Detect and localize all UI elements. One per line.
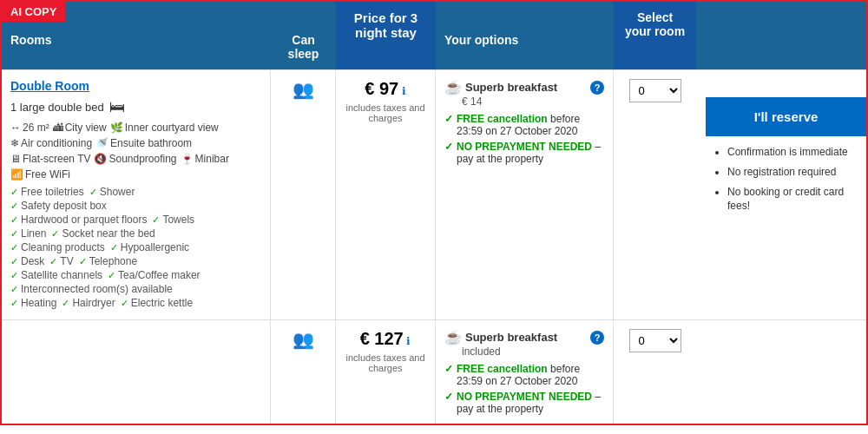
- amenity-desk: ✓ Desk: [10, 255, 44, 267]
- amenity-socket: ✓ Socket near the bed: [51, 227, 155, 240]
- check-icon: ✓: [51, 228, 59, 240]
- view-text: City view: [65, 122, 107, 134]
- check-icon: ✓: [152, 214, 160, 226]
- amenity-line-1: ✓ Free toiletries ✓ Shower: [10, 186, 261, 198]
- feature-ac: ❄ Air conditioning: [10, 137, 92, 149]
- check-icon: ✓: [10, 284, 18, 295]
- wifi-text: Free WiFi: [25, 168, 70, 181]
- check-icon: ✓: [62, 298, 69, 309]
- feature-courtyard: 🌿 Inner courtyard view: [110, 122, 219, 134]
- select-dropdown-2[interactable]: 0 1 2 3: [629, 329, 681, 352]
- no-prepayment-2: ✓ NO PREPAYMENT NEEDED – pay at the prop…: [444, 391, 604, 415]
- amenity-line-4: ✓ Linen ✓ Socket near the bed: [10, 227, 261, 240]
- amenity-kettle: ✓ Electric kettle: [121, 297, 193, 309]
- feature-wifi: 📶 Free WiFi: [10, 168, 70, 181]
- cancellation-label-2: FREE cancellation: [457, 363, 548, 375]
- free-cancellation-2: ✓ FREE cancellation before 23:59 on 27 O…: [444, 363, 604, 387]
- reserve-button[interactable]: I'll reserve: [706, 97, 866, 136]
- wifi-icon: 📶: [10, 168, 23, 181]
- ai-copy-badge: AI COPY: [2, 2, 65, 22]
- amenity-line-2: ✓ Safety deposit box: [10, 200, 261, 212]
- cancellation-label-1: FREE cancellation: [457, 113, 548, 125]
- bath-icon: 🚿: [95, 137, 108, 149]
- amenity-inter: ✓ Interconnected room(s) available: [10, 283, 173, 295]
- ac-icon: ❄: [10, 137, 19, 149]
- tv-icon: 🖥: [10, 153, 21, 165]
- check-green-np-1: ✓: [444, 141, 453, 153]
- price-info-icon-2[interactable]: ℹ: [406, 335, 411, 347]
- reserve-info: Confirmation is immediate No registratio…: [706, 136, 866, 227]
- check-green-np-2: ✓: [444, 391, 453, 403]
- cell-options-2: ☕ Superb breakfast ? included ✓ FREE can…: [436, 320, 614, 424]
- room-bed-1: 1 large double bed 🛏: [10, 98, 261, 116]
- breakfast-sub-2: included: [462, 345, 604, 358]
- no-prepayment-1: ✓ NO PREPAYMENT NEEDED – pay at the prop…: [444, 141, 604, 165]
- option-breakfast-2: ☕ Superb breakfast ? included: [444, 329, 604, 358]
- amenity-shower: ✓ Shower: [89, 186, 135, 198]
- amenity-heat: ✓ Heating: [10, 297, 56, 309]
- cell-rooms-1: Double Room 1 large double bed 🛏 ↔ 26 m²…: [2, 70, 271, 319]
- sound-text: Soundproofing: [108, 153, 176, 165]
- check-icon: ✓: [110, 242, 118, 253]
- check-icon: ✓: [10, 187, 18, 198]
- cell-rooms-2: [2, 320, 271, 424]
- breakfast-line-2: ☕ Superb breakfast ?: [444, 329, 604, 345]
- feature-sound: 🔇 Soundproofing: [94, 153, 176, 165]
- cell-select-2: 0 1 2 3: [614, 320, 696, 424]
- feature-size: ↔ 26 m²: [10, 122, 49, 134]
- room-title-1[interactable]: Double Room: [10, 79, 261, 93]
- no-prepayment-label-1: NO PREPAYMENT NEEDED: [457, 141, 592, 153]
- price-note-2: includes taxes and charges: [345, 352, 426, 373]
- cell-price-2: € 127 ℹ includes taxes and charges: [336, 320, 436, 424]
- price-value-2: € 127: [360, 329, 404, 348]
- feature-view: 🏙 City view: [53, 122, 107, 134]
- price-amount-1: € 97 ℹ: [345, 79, 426, 99]
- feature-minibar: 🍷 Minibar: [181, 153, 229, 165]
- ac-text: Air conditioning: [21, 137, 92, 149]
- bed-text-1: 1 large double bed: [10, 101, 104, 114]
- amenity-cleaning: ✓ Cleaning products: [10, 241, 105, 253]
- amenity-sat: ✓ Satellite channels: [10, 269, 102, 281]
- reserve-info-item-2: No registration required: [727, 165, 858, 180]
- amenity-linen: ✓ Linen: [10, 227, 46, 240]
- price-info-icon-1[interactable]: ℹ: [402, 85, 406, 97]
- breakfast-sub-1: € 14: [462, 95, 604, 108]
- amenity-line-3: ✓ Hardwood or parquet floors ✓ Towels: [10, 214, 261, 226]
- amenity-floors: ✓ Hardwood or parquet floors: [10, 214, 147, 226]
- reserve-info-item-3: No booking or credit card fees!: [727, 185, 858, 214]
- amenities-1: ✓ Free toiletries ✓ Shower ✓ Safety depo…: [10, 186, 261, 309]
- check-icon: ✓: [10, 201, 18, 212]
- tv-text: Flat-screen TV: [23, 153, 90, 165]
- check-icon: ✓: [10, 256, 18, 267]
- feature-bathroom: 🚿 Ensuite bathroom: [95, 137, 192, 149]
- help-icon-2[interactable]: ?: [590, 331, 604, 345]
- col-options-header: Your options: [436, 2, 614, 69]
- check-icon: ✓: [79, 256, 87, 267]
- amenity-tel: ✓ Telephone: [79, 255, 137, 267]
- table-row-2: 👥 € 127 ℹ includes taxes and charges ☕ S…: [2, 319, 866, 424]
- check-icon: ✓: [108, 270, 115, 281]
- bed-icon-1: 🛏: [109, 98, 125, 116]
- minibar-icon: 🍷: [181, 153, 194, 165]
- amenity-hair: ✓ Hairdryer: [62, 297, 115, 309]
- amenity-line-9: ✓ Heating ✓ Hairdryer ✓ Electric kettle: [10, 297, 261, 309]
- check-icon: ✓: [10, 214, 18, 226]
- amenity-hypo: ✓ Hypoallergenic: [110, 241, 189, 253]
- check-icon: ✓: [10, 242, 18, 253]
- minibar-text: Minibar: [195, 153, 229, 165]
- reserve-info-list: Confirmation is immediate No registratio…: [714, 145, 858, 214]
- breakfast-label-2: Superb breakfast: [465, 331, 557, 344]
- table-header: Rooms Can sleep Price for 3 night stay Y…: [2, 2, 866, 69]
- page-wrapper: AI COPY Rooms Can sleep Price for 3 nigh…: [0, 0, 868, 425]
- cell-sleep-1: 👥: [271, 70, 336, 319]
- select-dropdown-1[interactable]: 0 1 2 3: [629, 79, 681, 102]
- breakfast-label-1: Superb breakfast: [465, 81, 557, 94]
- check-icon: ✓: [49, 256, 57, 267]
- sound-icon: 🔇: [94, 153, 107, 165]
- cell-select-1: 0 1 2 3: [614, 70, 696, 319]
- check-green-1: ✓: [444, 113, 453, 125]
- amenity-line-7: ✓ Satellite channels ✓ Tea/Coffee maker: [10, 269, 261, 281]
- help-icon-1[interactable]: ?: [590, 81, 604, 95]
- price-value-1: € 97: [365, 79, 398, 98]
- main-content: Double Room 1 large double bed 🛏 ↔ 26 m²…: [2, 69, 866, 424]
